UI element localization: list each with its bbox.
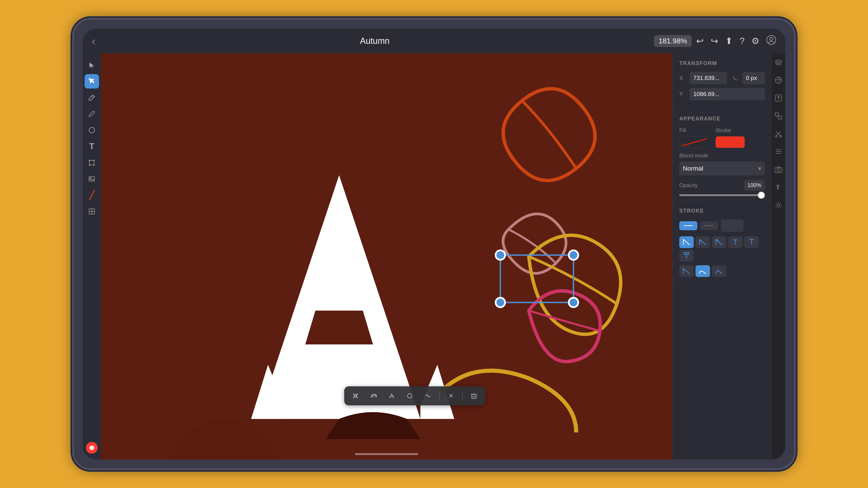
share-button[interactable]: ⬆ xyxy=(725,36,733,46)
settings-button[interactable]: ⚙ xyxy=(751,36,760,46)
image-tool[interactable] xyxy=(85,172,99,186)
record-button[interactable] xyxy=(85,441,99,455)
corner-radius-icon xyxy=(731,73,741,83)
cut-icon[interactable] xyxy=(774,129,783,140)
svg-rect-10 xyxy=(89,177,94,181)
svg-rect-5 xyxy=(90,160,94,165)
svg-point-7 xyxy=(93,160,95,161)
svg-point-8 xyxy=(89,164,90,166)
svg-point-17 xyxy=(475,378,610,459)
toolbar-divider-2 xyxy=(462,391,463,400)
stroke-label: Stroke xyxy=(715,127,745,133)
svg-point-23 xyxy=(355,395,356,397)
smooth-node-button[interactable] xyxy=(367,389,380,402)
cap-btn-1[interactable] xyxy=(679,236,694,248)
svg-point-24 xyxy=(371,395,373,397)
cap-btn-6[interactable] xyxy=(679,250,694,262)
pen-tool[interactable] xyxy=(85,90,99,105)
blend-mode-value: Normal xyxy=(683,165,703,172)
node-edit-button[interactable] xyxy=(349,389,362,402)
stroke-width-input[interactable]: 5 pt xyxy=(721,219,743,232)
text-tool[interactable]: T xyxy=(85,139,99,154)
shape-tool[interactable] xyxy=(85,123,99,137)
y-label: Y xyxy=(679,91,686,98)
fill-stroke-row: Fill Stroke xyxy=(679,127,765,148)
x-input[interactable]: 731.639... xyxy=(690,72,727,84)
line-tool[interactable]: ╱ xyxy=(85,188,99,202)
svg-rect-46 xyxy=(775,113,778,116)
cap-btn-3[interactable] xyxy=(712,236,726,248)
help-button[interactable]: ? xyxy=(740,36,745,46)
camera-icon[interactable] xyxy=(774,165,783,176)
y-row: Y 1086.69... xyxy=(679,88,765,100)
extra-settings-icon[interactable] xyxy=(774,201,783,212)
canvas[interactable]: × xyxy=(101,53,672,459)
fill-swatch[interactable] xyxy=(679,136,709,148)
blend-mode-select[interactable]: Normal ▾ xyxy=(679,162,765,175)
join-btn-1[interactable] xyxy=(679,265,694,277)
stroke-title: STROKE xyxy=(679,207,765,214)
stroke-style-row: 5 pt xyxy=(679,219,765,232)
cap-btn-5[interactable] xyxy=(744,236,759,248)
opacity-value[interactable]: 100% xyxy=(744,180,765,191)
svg-point-1 xyxy=(770,37,773,40)
cap-btn-4[interactable] xyxy=(728,236,743,248)
svg-rect-36 xyxy=(716,136,745,148)
cut-path-button[interactable] xyxy=(403,389,416,402)
transform-tool[interactable] xyxy=(85,156,99,170)
select-tool[interactable] xyxy=(85,58,99,72)
main-content: T xyxy=(83,53,785,459)
svg-point-44 xyxy=(775,77,782,84)
right-panel: TRANSFORM X 731.639... 0 px xyxy=(672,53,772,459)
svg-point-59 xyxy=(777,204,780,206)
transform-icon[interactable] xyxy=(774,111,783,123)
export-icon[interactable] xyxy=(774,94,783,105)
toolbar-divider xyxy=(439,391,440,400)
align-icon[interactable] xyxy=(774,147,783,158)
undo-button[interactable]: ↩ xyxy=(696,36,704,46)
svg-point-15 xyxy=(190,74,285,168)
join-btn-2[interactable] xyxy=(695,265,710,277)
transform-title: TRANSFORM xyxy=(679,60,765,66)
appearance-section: APPEARANCE Fill Stro xyxy=(673,109,772,201)
svg-point-9 xyxy=(93,164,95,166)
break-path-button[interactable] xyxy=(421,389,435,402)
svg-line-3 xyxy=(92,96,93,98)
stroke-swatch[interactable] xyxy=(715,136,745,148)
corner-input[interactable]: 0 px xyxy=(742,72,765,84)
svg-point-16 xyxy=(170,419,278,459)
appearance-title: APPEARANCE xyxy=(679,116,765,122)
floating-toolbar: × xyxy=(344,386,485,405)
layers-icon[interactable] xyxy=(774,58,783,69)
close-button[interactable]: × xyxy=(444,389,458,402)
redo-button[interactable]: ↪ xyxy=(711,36,718,46)
opacity-slider[interactable] xyxy=(679,194,765,196)
far-right-icons: T xyxy=(772,53,785,459)
back-button[interactable]: ‹ xyxy=(92,34,96,47)
chevron-down-icon: ▾ xyxy=(758,165,761,172)
opacity-thumb[interactable] xyxy=(758,192,765,199)
text-path-icon[interactable]: T xyxy=(774,183,783,194)
join-btn-3[interactable] xyxy=(712,265,726,277)
svg-point-22 xyxy=(569,298,578,307)
anchor-convert-button[interactable] xyxy=(385,389,399,402)
direct-select-tool[interactable] xyxy=(85,74,99,89)
cap-btn-2[interactable] xyxy=(695,236,710,248)
effects-icon[interactable] xyxy=(774,76,783,87)
solid-line-button[interactable] xyxy=(679,221,698,230)
blend-mode-label: Blend mode xyxy=(679,153,765,159)
dashed-line-button[interactable] xyxy=(700,221,718,230)
y-input[interactable]: 1086.69... xyxy=(690,88,765,100)
svg-point-6 xyxy=(89,160,90,161)
svg-point-20 xyxy=(569,250,578,260)
zoom-level[interactable]: 181.98% xyxy=(654,35,691,47)
fill-label: Fill xyxy=(679,127,709,133)
grid-tool[interactable] xyxy=(85,204,99,219)
people-button[interactable] xyxy=(766,35,776,47)
x-row: X 731.639... 0 px xyxy=(679,72,765,84)
svg-point-2 xyxy=(89,78,90,80)
delete-button[interactable] xyxy=(467,389,481,402)
fill-item: Fill xyxy=(679,127,709,148)
pencil-tool[interactable] xyxy=(85,107,99,121)
stroke-section: STROKE 5 pt xyxy=(673,201,772,285)
